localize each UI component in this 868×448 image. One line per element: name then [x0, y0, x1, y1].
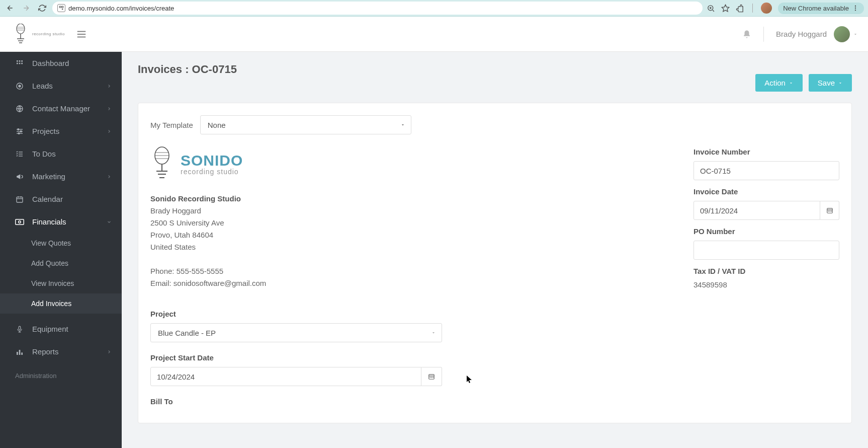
extensions-icon[interactable]: [736, 4, 744, 13]
user-menu-caret-icon[interactable]: [853, 32, 858, 37]
svg-rect-0: [59, 6, 61, 8]
svg-rect-12: [19, 60, 21, 62]
microphone-logo-icon: [14, 24, 27, 45]
po-number-input[interactable]: [693, 241, 839, 260]
sidebar-item-projects[interactable]: Projects: [0, 120, 122, 142]
sidebar-item-contact-manager[interactable]: Contact Manager: [0, 97, 122, 120]
svg-rect-15: [19, 62, 21, 64]
svg-point-34: [19, 220, 21, 223]
chevron-right-icon: [107, 349, 112, 354]
svg-rect-47: [828, 211, 829, 212]
svg-rect-42: [430, 377, 431, 378]
save-button[interactable]: Save: [809, 74, 852, 92]
project-start-date-picker-button[interactable]: [421, 367, 442, 386]
tax-id-label: Tax ID / VAT ID: [693, 267, 839, 275]
app-logo[interactable]: SONIDO recording studio: [14, 24, 65, 45]
chevron-down-icon: [789, 81, 794, 86]
sidebar-item-dashboard[interactable]: Dashboard: [0, 52, 122, 74]
user-avatar-icon[interactable]: [834, 26, 850, 42]
sidebar-admin-header: Administration: [0, 372, 122, 380]
svg-rect-35: [19, 326, 21, 330]
company-address: Sonido Recording Studio Brady Hoggard 25…: [150, 193, 673, 289]
project-start-date-input[interactable]: [150, 367, 421, 386]
calendar-icon: [15, 195, 24, 203]
invoice-form-card: My Template None SONIDO recording studio: [138, 103, 852, 423]
sidebar-item-marketing[interactable]: Marketing: [0, 165, 122, 188]
menu-toggle-icon[interactable]: [76, 29, 87, 40]
chevron-right-icon: [107, 106, 112, 111]
calendar-icon: [428, 373, 435, 380]
page-title: Invoices : OC-0715: [138, 63, 237, 76]
svg-rect-11: [17, 60, 18, 62]
svg-point-24: [20, 130, 22, 132]
svg-rect-33: [16, 219, 24, 225]
svg-rect-49: [831, 211, 832, 212]
calendar-icon: [826, 207, 833, 214]
svg-rect-1: [62, 6, 63, 8]
sidebar-item-reports[interactable]: Reports: [0, 340, 122, 363]
sidebar-item-leads[interactable]: Leads: [0, 74, 122, 97]
invoice-number-input[interactable]: [693, 161, 839, 180]
microphone-logo-icon: [150, 146, 173, 182]
microphone-icon: [15, 325, 24, 334]
separator: [752, 4, 753, 13]
site-settings-icon[interactable]: [57, 4, 65, 12]
svg-rect-29: [17, 197, 23, 202]
sidebar-nav: Dashboard Leads Contact Manager Projects…: [0, 52, 122, 448]
browser-right-icons: New Chrome available: [707, 3, 864, 14]
template-label: My Template: [150, 121, 193, 129]
checklist-icon: [15, 150, 24, 158]
header-divider: [763, 27, 764, 42]
svg-rect-36: [17, 352, 18, 355]
address-bar[interactable]: demo.mysonido.com/invoices/create: [52, 2, 703, 15]
reload-button[interactable]: [36, 2, 48, 14]
bar-chart-icon: [15, 348, 24, 356]
bill-to-label: Bill To: [150, 397, 442, 406]
project-start-date-label: Project Start Date: [150, 353, 442, 362]
globe-icon: [15, 105, 24, 113]
svg-rect-16: [21, 62, 23, 64]
project-select[interactable]: Blue Candle - EP: [150, 323, 442, 342]
invoice-number-label: Invoice Number: [693, 147, 839, 156]
template-select[interactable]: None: [200, 115, 411, 134]
chrome-update-pill[interactable]: New Chrome available: [778, 3, 864, 14]
notifications-bell-icon[interactable]: [742, 30, 751, 39]
tax-id-value: 34589598: [693, 280, 839, 289]
profile-avatar-icon[interactable]: [761, 3, 772, 14]
chevron-right-icon: [107, 174, 112, 179]
forward-button[interactable]: [20, 2, 32, 14]
bookmark-star-icon[interactable]: [721, 4, 730, 13]
invoice-date-input[interactable]: [693, 201, 820, 220]
svg-rect-38: [21, 352, 23, 355]
sidebar-sub-view-invoices[interactable]: View Invoices: [0, 273, 122, 293]
svg-rect-48: [829, 211, 830, 212]
sidebar-item-todos[interactable]: To Dos: [0, 142, 122, 165]
sidebar-item-equipment[interactable]: Equipment: [0, 318, 122, 340]
main-content: Invoices : OC-0715 Action Save My Templa…: [122, 52, 868, 448]
back-button[interactable]: [4, 2, 16, 14]
invoice-date-label: Invoice Date: [693, 187, 839, 196]
po-number-label: PO Number: [693, 227, 839, 236]
svg-rect-43: [431, 377, 432, 378]
svg-rect-13: [21, 60, 23, 62]
sidebar-sub-add-invoices[interactable]: Add Invoices: [0, 293, 122, 314]
url-text: demo.mysonido.com/invoices/create: [68, 5, 174, 12]
username-label: Brady Hoggard: [776, 30, 827, 38]
megaphone-icon: [15, 173, 24, 181]
sidebar-sub-add-quotes[interactable]: Add Quotes: [0, 253, 122, 273]
page-header: Invoices : OC-0715 Action Save: [122, 52, 868, 92]
chevron-right-icon: [107, 84, 112, 89]
chevron-down-icon: [838, 81, 843, 86]
grid-icon: [15, 59, 24, 67]
sidebar-sub-view-quotes[interactable]: View Quotes: [0, 233, 122, 253]
sidebar-item-calendar[interactable]: Calendar: [0, 188, 122, 210]
sidebar-item-financials[interactable]: Financials: [0, 210, 122, 233]
browser-toolbar: demo.mysonido.com/invoices/create New Ch…: [0, 0, 868, 17]
svg-point-25: [18, 132, 20, 134]
zoom-icon[interactable]: [707, 4, 715, 13]
action-button[interactable]: Action: [755, 74, 803, 92]
svg-point-23: [18, 128, 19, 130]
invoice-date-picker-button[interactable]: [820, 201, 839, 220]
app-header: SONIDO recording studio Brady Hoggard: [0, 17, 868, 52]
svg-point-6: [855, 10, 856, 11]
